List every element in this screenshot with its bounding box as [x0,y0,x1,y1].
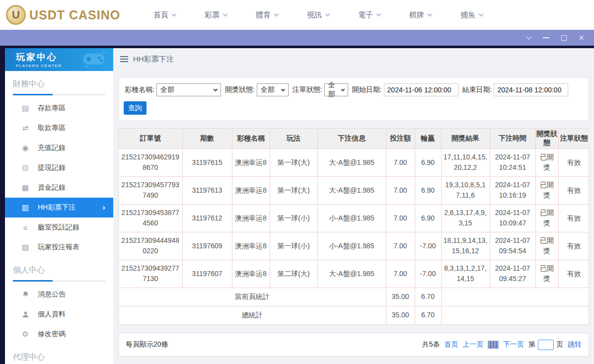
table-body: 215217309462919867031197615澳洲幸运8第一球(大)大-… [119,148,590,288]
nav-item[interactable]: 捕魚 [446,10,497,20]
end-date-input[interactable] [494,83,568,96]
table-cell: 6.90 [415,176,441,204]
window-minimize-button[interactable] [543,37,549,38]
sidebar-item-label: 玩家投注報表 [38,243,79,252]
sidebar-item[interactable]: ≡廳室投註記錄 [5,218,113,237]
sidebar-item[interactable]: ▤存款專區 [5,98,113,118]
table-summary: 當前頁統計 35.00 6.70 總統計 35.00 6.70 [119,288,590,324]
lottery-type-select[interactable]: 全部 [156,83,221,96]
brand-name: USDT CASINO [29,8,120,22]
chevron-right-icon: › [102,203,105,213]
sidebar-header: 玩家中心 PLAYERS CENTER [5,48,113,71]
nav-item[interactable]: 首頁 [139,10,190,20]
sidebar-item-label: 廳室投註記錄 [38,223,79,232]
table-cell: 17,11,10,4,15,20,12,2 [441,148,490,176]
bell-icon [21,291,30,298]
chevron-down-icon [281,87,285,91]
gear-icon: ⚙ [21,330,30,339]
next-page-link[interactable]: 下一页 [503,340,524,349]
coin-logo-icon: U [6,5,26,25]
chevron-down-icon [341,87,345,91]
window-close-button[interactable]: × [579,35,584,41]
table-cell: 2152173094629198670 [119,148,182,176]
column-header: 投注額 [386,129,415,148]
column-header: 注單狀態 [558,129,590,148]
jump-button[interactable]: 跳转 [568,340,582,349]
start-date-input[interactable] [384,83,458,96]
table-cell: 2024-11-07 10:24:51 [490,148,535,176]
table-cell: 已開獎 [535,232,558,260]
sidebar-item-label: 提現記錄 [38,163,66,172]
table-cell: -7.00 [415,260,441,288]
nav-item[interactable]: 棋牌 [395,10,446,20]
nav-item[interactable]: 電子 [344,10,395,20]
sidebar-item[interactable]: ▧玩家投注報表 [5,237,113,257]
sidebar-item[interactable]: ⚙修改密碼 [5,324,113,344]
sidebar-item-label: 充值記錄 [38,144,66,152]
table-row: 215217309444948022031197609澳洲幸运8第一球(小)小-… [119,232,590,260]
draw-status-select[interactable]: 全部 [257,83,289,96]
nav-item[interactable]: 彩票 [190,10,241,20]
window-dropdown-icon[interactable] [526,34,532,39]
lottery-bets-icon: ▥ [21,203,30,212]
chevron-down-icon [479,11,484,16]
sidebar-item[interactable]: ▥HH彩票下注› [5,198,113,218]
summary-row-current-page: 當前頁統計 35.00 6.70 [119,288,590,306]
table-cell: 2024-11-07 10:09:47 [490,204,535,232]
column-header: 下注時間 [490,129,535,148]
table-cell: 7.00 [386,204,415,232]
table-cell: 有效 [558,176,590,204]
sidebar-item-label: 取款專區 [38,124,66,133]
table-cell: 第一球(大) [270,176,317,204]
sidebar-item-label: 個人資料 [38,310,66,319]
table-cell: 第二球(大) [270,260,317,288]
chevron-down-icon [172,11,177,16]
chevron-down-icon [274,11,279,16]
sidebar-item[interactable]: ◉充值記錄 [5,138,113,158]
sidebar-item[interactable]: ⊟提現記錄 [5,158,113,178]
sidebar-item[interactable]: 個人資料 [5,304,113,324]
nav-item-label: 捕魚 [460,10,475,20]
withdrawal-record-icon: ⊟ [21,163,30,172]
brand-logo[interactable]: U USDT CASINO [0,5,124,25]
order-status-value: 全部 [328,81,338,99]
filter-panel: 彩種名稱: 全部 開獎狀態: 全部 注單狀態: 全部 開始 [118,77,589,121]
summary-empty [441,288,590,306]
table-cell: 31197607 [182,260,232,288]
nav-item[interactable]: 視訊 [293,10,344,20]
menu-icon[interactable] [120,56,128,62]
first-page-link[interactable]: 首页 [444,340,458,349]
table-cell: 18,11,9,14,13,15,16,12 [441,232,490,260]
table-cell: 7.00 [386,260,415,288]
gamepad-icon [79,52,107,69]
table-cell: 澳洲幸运8 [232,204,270,232]
window-maximize-button[interactable] [561,35,567,41]
end-date-label: 結束日期: [462,85,492,94]
sidebar-item[interactable]: 消息公告 [5,285,113,304]
report-icon: ▧ [21,243,30,252]
page-jump-input[interactable] [538,340,554,350]
prev-page-link[interactable]: 上一页 [462,340,483,349]
nav-item[interactable]: 體育 [241,10,293,20]
main-nav: 首頁彩票體育視訊電子棋牌捕魚 [139,10,497,20]
table-cell: 澳洲幸运8 [232,260,270,288]
column-header: 下注信息 [317,129,386,148]
table-cell: 第一球(小) [270,204,317,232]
summary-bet-total: 35.00 [386,288,415,306]
jump-suffix-text: 页 [556,340,563,349]
sidebar-item[interactable]: ⇄取款專區 [5,118,113,138]
table-cell: 大-A盤@1.985 [317,148,386,176]
sidebar-menu: 財務中心▤存款專區⇄取款專區◉充值記錄⊟提現記錄▦資金記錄▥HH彩票下注›≡廳室… [5,71,113,364]
nav-item-label: 體育 [256,10,271,20]
table-cell: 2152173094577937490 [119,176,182,204]
nav-item-label: 視訊 [307,10,322,20]
column-header: 輸贏 [415,129,441,148]
chevron-down-icon [325,11,330,16]
table-cell: 澳洲幸运8 [232,176,270,204]
draw-status-label: 開獎狀態: [225,85,255,94]
order-status-select[interactable]: 全部 [324,83,348,96]
sidebar-item[interactable]: ▦資金記錄 [5,178,113,198]
draw-status-value: 全部 [261,85,275,94]
table-cell: 有效 [558,204,590,232]
search-button[interactable]: 查詢 [124,101,147,115]
